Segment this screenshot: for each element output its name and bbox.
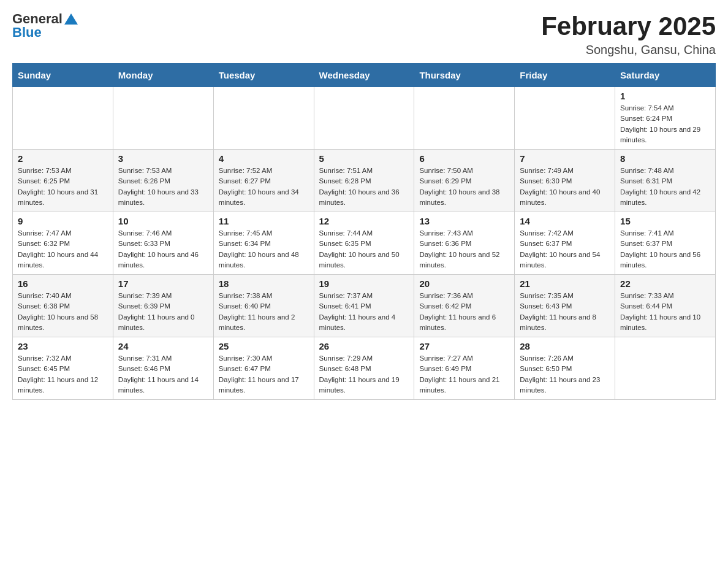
day-cell: 15Sunrise: 7:41 AMSunset: 6:37 PMDayligh… <box>615 212 716 275</box>
day-info: Sunrise: 7:41 AMSunset: 6:37 PMDaylight:… <box>620 228 710 270</box>
header-sunday: Sunday <box>13 64 113 87</box>
day-number: 17 <box>118 278 208 289</box>
header-tuesday: Tuesday <box>213 64 314 87</box>
day-number: 5 <box>319 153 409 164</box>
day-info: Sunrise: 7:47 AMSunset: 6:32 PMDaylight:… <box>18 228 108 270</box>
day-cell: 5Sunrise: 7:51 AMSunset: 6:28 PMDaylight… <box>314 150 414 212</box>
day-cell: 13Sunrise: 7:43 AMSunset: 6:36 PMDayligh… <box>414 212 515 275</box>
day-info: Sunrise: 7:37 AMSunset: 6:41 PMDaylight:… <box>319 291 409 333</box>
day-cell: 17Sunrise: 7:39 AMSunset: 6:39 PMDayligh… <box>113 275 213 337</box>
day-cell: 6Sunrise: 7:50 AMSunset: 6:29 PMDaylight… <box>414 150 515 212</box>
week-row-2: 2Sunrise: 7:53 AMSunset: 6:25 PMDaylight… <box>13 150 716 212</box>
logo-blue-text: Blue <box>12 26 78 39</box>
logo-triangle-icon <box>64 12 78 26</box>
day-info: Sunrise: 7:33 AMSunset: 6:44 PMDaylight:… <box>620 291 710 333</box>
day-cell: 25Sunrise: 7:30 AMSunset: 6:47 PMDayligh… <box>213 337 314 400</box>
day-number: 15 <box>620 216 710 226</box>
day-info: Sunrise: 7:50 AMSunset: 6:29 PMDaylight:… <box>419 166 509 208</box>
day-info: Sunrise: 7:45 AMSunset: 6:34 PMDaylight:… <box>219 228 309 270</box>
day-number: 23 <box>18 341 108 351</box>
day-number: 7 <box>520 153 610 164</box>
day-cell: 10Sunrise: 7:46 AMSunset: 6:33 PMDayligh… <box>113 212 213 275</box>
page-header: General Blue February 2025 Songshu, Gans… <box>12 12 716 57</box>
day-info: Sunrise: 7:44 AMSunset: 6:35 PMDaylight:… <box>319 228 409 270</box>
svg-marker-0 <box>64 13 78 25</box>
day-cell: 19Sunrise: 7:37 AMSunset: 6:41 PMDayligh… <box>314 275 414 337</box>
day-number: 22 <box>620 278 710 289</box>
header-monday: Monday <box>113 64 213 87</box>
day-number: 19 <box>319 278 409 289</box>
title-group: February 2025 Songshu, Gansu, China <box>541 12 716 57</box>
calendar-subtitle: Songshu, Gansu, China <box>541 43 716 57</box>
day-number: 4 <box>219 153 309 164</box>
day-cell: 7Sunrise: 7:49 AMSunset: 6:30 PMDaylight… <box>515 150 615 212</box>
day-number: 24 <box>118 341 208 351</box>
day-info: Sunrise: 7:29 AMSunset: 6:48 PMDaylight:… <box>319 353 409 396</box>
day-number: 16 <box>18 278 108 289</box>
day-cell: 11Sunrise: 7:45 AMSunset: 6:34 PMDayligh… <box>213 212 314 275</box>
day-number: 26 <box>319 341 409 351</box>
day-cell: 28Sunrise: 7:26 AMSunset: 6:50 PMDayligh… <box>515 337 615 400</box>
day-cell: 26Sunrise: 7:29 AMSunset: 6:48 PMDayligh… <box>314 337 414 400</box>
day-cell: 21Sunrise: 7:35 AMSunset: 6:43 PMDayligh… <box>515 275 615 337</box>
day-number: 12 <box>319 216 409 226</box>
day-cell <box>213 87 314 150</box>
week-row-4: 16Sunrise: 7:40 AMSunset: 6:38 PMDayligh… <box>13 275 716 337</box>
day-cell <box>314 87 414 150</box>
day-cell: 22Sunrise: 7:33 AMSunset: 6:44 PMDayligh… <box>615 275 716 337</box>
day-cell: 12Sunrise: 7:44 AMSunset: 6:35 PMDayligh… <box>314 212 414 275</box>
day-cell: 3Sunrise: 7:53 AMSunset: 6:26 PMDaylight… <box>113 150 213 212</box>
day-cell: 8Sunrise: 7:48 AMSunset: 6:31 PMDaylight… <box>615 150 716 212</box>
logo-text: General Blue <box>12 12 78 39</box>
day-number: 27 <box>419 341 509 351</box>
day-info: Sunrise: 7:38 AMSunset: 6:40 PMDaylight:… <box>219 291 309 333</box>
day-info: Sunrise: 7:54 AMSunset: 6:24 PMDaylight:… <box>620 103 710 145</box>
day-number: 6 <box>419 153 509 164</box>
day-cell: 18Sunrise: 7:38 AMSunset: 6:40 PMDayligh… <box>213 275 314 337</box>
day-number: 1 <box>620 91 710 101</box>
day-cell: 23Sunrise: 7:32 AMSunset: 6:45 PMDayligh… <box>13 337 113 400</box>
day-info: Sunrise: 7:42 AMSunset: 6:37 PMDaylight:… <box>520 228 610 270</box>
week-row-1: 1Sunrise: 7:54 AMSunset: 6:24 PMDaylight… <box>13 87 716 150</box>
day-info: Sunrise: 7:53 AMSunset: 6:26 PMDaylight:… <box>118 166 208 208</box>
day-number: 11 <box>219 216 309 226</box>
day-cell: 24Sunrise: 7:31 AMSunset: 6:46 PMDayligh… <box>113 337 213 400</box>
week-row-5: 23Sunrise: 7:32 AMSunset: 6:45 PMDayligh… <box>13 337 716 400</box>
calendar-title: February 2025 <box>541 12 716 40</box>
day-number: 21 <box>520 278 610 289</box>
day-info: Sunrise: 7:51 AMSunset: 6:28 PMDaylight:… <box>319 166 409 208</box>
day-info: Sunrise: 7:26 AMSunset: 6:50 PMDaylight:… <box>520 353 610 396</box>
header-wednesday: Wednesday <box>314 64 414 87</box>
calendar-header-row: SundayMondayTuesdayWednesdayThursdayFrid… <box>13 64 716 87</box>
day-info: Sunrise: 7:35 AMSunset: 6:43 PMDaylight:… <box>520 291 610 333</box>
day-info: Sunrise: 7:53 AMSunset: 6:25 PMDaylight:… <box>18 166 108 208</box>
header-saturday: Saturday <box>615 64 716 87</box>
day-cell: 16Sunrise: 7:40 AMSunset: 6:38 PMDayligh… <box>13 275 113 337</box>
day-number: 20 <box>419 278 509 289</box>
day-info: Sunrise: 7:46 AMSunset: 6:33 PMDaylight:… <box>118 228 208 270</box>
day-info: Sunrise: 7:40 AMSunset: 6:38 PMDaylight:… <box>18 291 108 333</box>
day-cell <box>515 87 615 150</box>
day-cell <box>13 87 113 150</box>
header-friday: Friday <box>515 64 615 87</box>
week-row-3: 9Sunrise: 7:47 AMSunset: 6:32 PMDaylight… <box>13 212 716 275</box>
day-info: Sunrise: 7:31 AMSunset: 6:46 PMDaylight:… <box>118 353 208 396</box>
day-cell: 20Sunrise: 7:36 AMSunset: 6:42 PMDayligh… <box>414 275 515 337</box>
day-number: 13 <box>419 216 509 226</box>
day-info: Sunrise: 7:52 AMSunset: 6:27 PMDaylight:… <box>219 166 309 208</box>
day-cell <box>113 87 213 150</box>
header-thursday: Thursday <box>414 64 515 87</box>
day-cell <box>414 87 515 150</box>
day-number: 3 <box>118 153 208 164</box>
day-cell <box>615 337 716 400</box>
day-number: 2 <box>18 153 108 164</box>
day-number: 25 <box>219 341 309 351</box>
calendar-table: SundayMondayTuesdayWednesdayThursdayFrid… <box>12 63 716 400</box>
day-cell: 14Sunrise: 7:42 AMSunset: 6:37 PMDayligh… <box>515 212 615 275</box>
day-info: Sunrise: 7:39 AMSunset: 6:39 PMDaylight:… <box>118 291 208 333</box>
logo-general-text: General <box>12 12 63 26</box>
day-cell: 27Sunrise: 7:27 AMSunset: 6:49 PMDayligh… <box>414 337 515 400</box>
day-cell: 4Sunrise: 7:52 AMSunset: 6:27 PMDaylight… <box>213 150 314 212</box>
day-info: Sunrise: 7:43 AMSunset: 6:36 PMDaylight:… <box>419 228 509 270</box>
day-number: 14 <box>520 216 610 226</box>
